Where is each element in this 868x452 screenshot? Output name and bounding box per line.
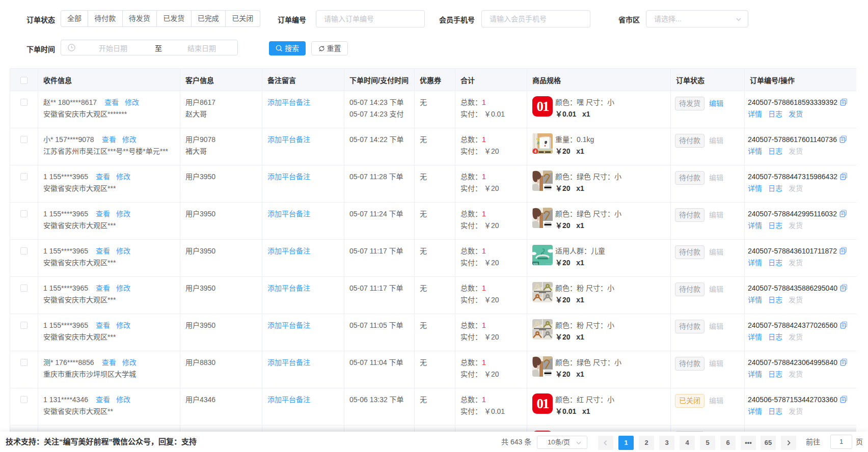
- svg-text:⋯⋯⋯⋯: ⋯⋯⋯⋯: [546, 263, 553, 265]
- svg-text:绿色: 绿色: [533, 262, 538, 265]
- svg-text:4: 4: [534, 149, 537, 154]
